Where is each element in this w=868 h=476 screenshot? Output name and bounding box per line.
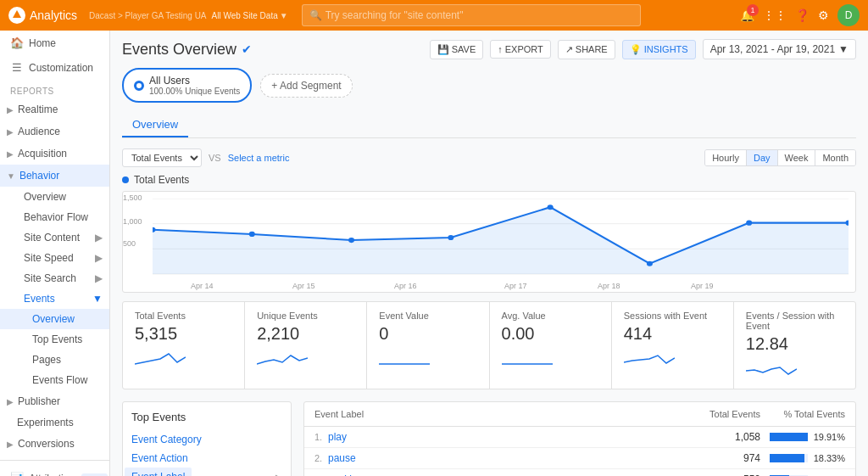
sidebar-divider — [0, 460, 109, 461]
svg-marker-4 — [153, 207, 849, 274]
svg-point-11 — [746, 221, 752, 226]
metric-select[interactable]: Total Events — [122, 148, 202, 167]
stat-sessions-event: Sessions with Event 414 — [612, 302, 734, 389]
y-label-500: 500 — [123, 239, 136, 248]
sidebar-group-behavior[interactable]: ▼ Behavior — [0, 165, 109, 187]
x-label-apr18: Apr 18 — [598, 282, 620, 290]
sidebar-group-conversions[interactable]: ▶ Conversions — [0, 433, 109, 455]
chart-container: 1,500 1,000 500 Apr 14 Apr 15 Apr 16 Apr… — [122, 191, 856, 293]
sidebar-item-site-content[interactable]: Site Content▶ — [0, 227, 109, 248]
sidebar-item-events-flow[interactable]: Events Flow — [0, 370, 109, 390]
behavior-expand-icon: ▼ — [7, 171, 15, 181]
sidebar-item-pages[interactable]: Pages — [0, 350, 109, 370]
sidebar-item-site-speed[interactable]: Site Speed▶ — [0, 248, 109, 268]
breadcrumb: Dacast > Player GA Testing UA All Web Si… — [89, 11, 288, 20]
sidebar-item-events[interactable]: Events▼ — [0, 288, 109, 309]
sidebar-item-home[interactable]: 🏠 Home — [0, 31, 109, 55]
left-table-title: Top Events — [131, 411, 282, 423]
audience-expand-icon: ▶ — [7, 127, 14, 137]
chart-controls-left: Total Events VS Select a metric — [122, 148, 289, 167]
sidebar-group-publisher[interactable]: ▶ Publisher — [0, 390, 109, 412]
date-range-arrow: ▼ — [838, 43, 849, 55]
app-title: Analytics — [30, 8, 77, 22]
time-btn-hourly[interactable]: Hourly — [705, 150, 747, 165]
apps-grid[interactable]: ⋮⋮ — [763, 8, 787, 22]
left-table-event-category[interactable]: Event Category — [131, 430, 282, 449]
tab-overview[interactable]: Overview — [122, 113, 188, 137]
share-button[interactable]: ↗ SHARE — [558, 40, 615, 59]
time-btn-day[interactable]: Day — [747, 150, 778, 165]
time-period-buttons: Hourly Day Week Month — [704, 149, 856, 166]
left-table-event-label[interactable]: Event Label — [125, 468, 192, 476]
page-header: Events Overview ✔ 💾 SAVE ↑ EXPORT ↗ SHAR… — [122, 39, 856, 59]
row-bar-background — [770, 433, 808, 441]
left-table-event-label-row: Event Label ▶ — [131, 468, 282, 476]
sidebar-item-events-overview[interactable]: Overview — [0, 309, 109, 329]
row-bar-background — [770, 454, 808, 462]
stat-avg-value: Avg. Value 0.00 — [490, 302, 612, 389]
x-label-apr19: Apr 19 — [691, 282, 714, 290]
legend-label: Total Events — [134, 174, 189, 186]
x-label-apr14: Apr 14 — [191, 282, 214, 290]
left-table-event-action[interactable]: Event Action — [131, 449, 282, 468]
expand-icon: ▶ — [7, 105, 14, 115]
sparkline-events-per-session — [746, 357, 797, 378]
table-row: 1. play 1,058 19.91% — [304, 427, 855, 448]
all-users-segment[interactable]: All Users 100.00% Unique Events — [122, 68, 252, 103]
page-title-row: Events Overview ✔ — [122, 41, 252, 59]
row-label[interactable]: play — [328, 431, 693, 443]
share-icon: ↗ — [565, 44, 573, 55]
sidebar-group-realtime[interactable]: ▶ Realtime — [0, 98, 109, 120]
insights-button[interactable]: 💡 INSIGHTS — [622, 40, 696, 59]
svg-point-8 — [448, 235, 453, 240]
notification-bell[interactable]: 🔔 1 — [740, 8, 754, 22]
user-avatar[interactable]: D — [837, 4, 860, 26]
site-speed-arrow: ▶ — [95, 252, 103, 264]
sidebar-item-attribution[interactable]: 📊 Attribution BETA — [0, 466, 109, 476]
site-content-arrow: ▶ — [95, 232, 103, 244]
save-button[interactable]: 💾 SAVE — [430, 40, 484, 59]
chart-svg — [153, 199, 849, 275]
settings-icon[interactable]: ⚙ — [818, 8, 829, 22]
svg-point-9 — [548, 204, 554, 210]
customization-icon: ☰ — [10, 61, 24, 74]
time-btn-month[interactable]: Month — [815, 150, 855, 165]
home-icon: 🏠 — [10, 36, 24, 49]
select-metric-link[interactable]: Select a metric — [228, 153, 290, 163]
top-navigation: Analytics Dacast > Player GA Testing UA … — [0, 0, 868, 31]
row-count: 974 — [693, 452, 760, 464]
search-input[interactable] — [326, 9, 633, 21]
y-label-1000: 1,000 — [123, 217, 142, 226]
stats-row: Total Events 5,315 Unique Events 2,210 E… — [122, 301, 856, 389]
sidebar-item-experiments[interactable]: Experiments — [0, 412, 109, 433]
row-label[interactable]: pause — [328, 452, 693, 464]
sidebar-item-site-search[interactable]: Site Search▶ — [0, 268, 109, 288]
conversions-expand-icon: ▶ — [7, 440, 14, 449]
export-icon: ↑ — [498, 44, 503, 54]
left-table: Top Events Event Category Event Action E… — [122, 401, 292, 476]
export-button[interactable]: ↑ EXPORT — [490, 40, 551, 59]
chart-tabs: Overview — [122, 113, 856, 138]
top-nav-actions: 🔔 1 ⋮⋮ ❓ ⚙ D — [740, 4, 860, 26]
chart-legend: Total Events — [122, 174, 856, 186]
time-btn-week[interactable]: Week — [778, 150, 816, 165]
sparkline-sessions-event — [624, 347, 675, 367]
sparkline-avg-value — [502, 347, 553, 367]
x-label-apr17: Apr 17 — [504, 282, 527, 290]
sidebar-group-acquisition[interactable]: ▶ Acquisition — [0, 143, 109, 165]
search-bar[interactable]: 🔍 — [302, 4, 641, 26]
sidebar-item-behavior-overview[interactable]: Overview — [0, 187, 109, 207]
row-count: 1,058 — [693, 431, 760, 443]
help-icon[interactable]: ❓ — [795, 8, 810, 22]
sidebar-group-audience[interactable]: ▶ Audience — [0, 120, 109, 143]
sidebar-item-customization[interactable]: ☰ Customization — [0, 55, 109, 80]
reports-section-label: REPORTS — [0, 80, 109, 98]
sidebar-item-behavior-flow[interactable]: Behavior Flow — [0, 207, 109, 227]
stat-unique-events: Unique Events 2,210 — [245, 302, 367, 389]
notification-badge: 1 — [747, 4, 759, 16]
sidebar-item-top-events[interactable]: Top Events — [0, 329, 109, 350]
events-arrow: ▼ — [92, 293, 103, 305]
add-segment-button[interactable]: + Add Segment — [260, 74, 352, 98]
segments-row: All Users 100.00% Unique Events + Add Se… — [122, 68, 856, 103]
date-range-picker[interactable]: Apr 13, 2021 - Apr 19, 2021 ▼ — [703, 39, 856, 59]
